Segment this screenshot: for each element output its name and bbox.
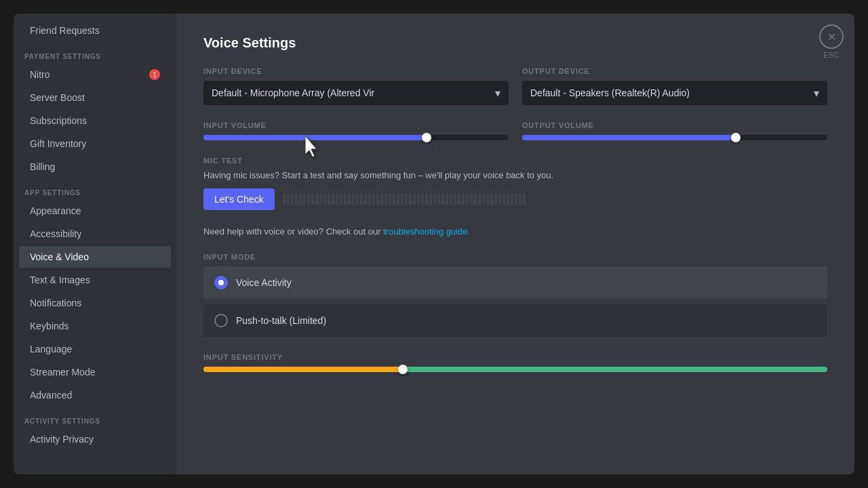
sidebar-item-label: Appearance	[30, 205, 81, 216]
output-volume-thumb[interactable]	[731, 133, 741, 142]
app-container: Friend Requests PAYMENT SETTINGS Nitro 1…	[14, 14, 854, 474]
mic-bar	[494, 194, 497, 205]
mic-bar	[364, 194, 367, 205]
sensitivity-track[interactable]	[203, 367, 827, 372]
sidebar-item-subscriptions[interactable]: Subscriptions	[19, 110, 171, 131]
sidebar-item-label: Billing	[30, 161, 55, 172]
mic-bar	[311, 194, 314, 205]
help-text: Need help with voice or video? Check out…	[203, 226, 827, 237]
mic-bar	[283, 194, 285, 205]
device-row: INPUT DEVICE Default - Microphone Array …	[203, 67, 827, 105]
sidebar-item-text-images[interactable]: Text & Images	[19, 269, 171, 291]
sidebar-item-billing[interactable]: Billing	[19, 156, 171, 178]
mic-meter	[283, 191, 827, 207]
mic-bar	[307, 194, 310, 205]
mic-bar	[413, 194, 416, 205]
mic-bar	[474, 194, 477, 205]
mic-bar	[287, 194, 290, 205]
mic-test-description: Having mic issues? Start a test and say …	[203, 170, 827, 180]
sidebar-item-advanced[interactable]: Advanced	[19, 384, 171, 406]
sidebar-item-server-boost[interactable]: Server Boost	[19, 87, 171, 108]
mic-bar	[462, 194, 465, 205]
input-volume-track[interactable]	[203, 135, 509, 140]
mic-bar	[352, 194, 355, 205]
mic-bar	[323, 194, 326, 205]
input-device-group: INPUT DEVICE Default - Microphone Array …	[203, 67, 509, 105]
sidebar-item-accessibility[interactable]: Accessibility	[19, 223, 171, 245]
sidebar-item-notifications[interactable]: Notifications	[19, 292, 171, 314]
sidebar-item-streamer-mode[interactable]: Streamer Mode	[19, 361, 171, 383]
sidebar-item-label: Gift Inventory	[30, 138, 86, 149]
mic-bar	[466, 194, 469, 205]
mic-bar	[417, 194, 420, 205]
mic-test-label: MIC TEST	[203, 157, 827, 165]
sidebar-item-label: Friend Requests	[30, 25, 100, 36]
mic-bar	[319, 194, 322, 205]
esc-circle-icon: ✕	[819, 24, 844, 49]
output-device-group: OUTPUT DEVICE Default - Speakers (Realte…	[522, 67, 827, 105]
sidebar: Friend Requests PAYMENT SETTINGS Nitro 1…	[14, 14, 176, 474]
mic-bar	[393, 194, 395, 205]
payment-settings-label: PAYMENT SETTINGS	[14, 42, 176, 63]
mic-bar	[360, 194, 363, 205]
troubleshooting-link[interactable]: troubleshooting guide.	[383, 226, 470, 237]
mic-bar	[380, 194, 383, 205]
main-content: ✕ ESC Voice Settings INPUT DEVICE Defaul…	[176, 14, 854, 474]
sidebar-item-label: Activity Privacy	[30, 434, 94, 445]
mic-bar	[372, 194, 375, 205]
input-mode-label: INPUT MODE	[203, 253, 827, 261]
mic-bar	[291, 194, 294, 205]
sidebar-item-language[interactable]: Language	[19, 338, 171, 360]
sidebar-item-activity-privacy[interactable]: Activity Privacy	[19, 428, 171, 450]
output-device-select[interactable]: Default - Speakers (Realtek(R) Audio)	[522, 81, 827, 105]
mic-bar	[446, 194, 448, 205]
sidebar-item-appearance[interactable]: Appearance	[19, 200, 171, 222]
sidebar-item-label: Text & Images	[30, 274, 90, 285]
page-title: Voice Settings	[203, 35, 827, 51]
sidebar-item-label: Advanced	[30, 390, 72, 401]
mic-bar	[295, 194, 298, 205]
mic-bar	[421, 194, 424, 205]
mic-bar	[458, 194, 460, 205]
voice-activity-label: Voice Activity	[236, 277, 292, 288]
sidebar-item-label: Language	[30, 344, 72, 354]
input-device-select[interactable]: Default - Microphone Array (Altered Vir	[203, 81, 509, 105]
nitro-badge: 1	[149, 69, 160, 80]
sidebar-item-voice-video[interactable]: Voice & Video	[19, 246, 171, 268]
mic-bar	[502, 194, 505, 205]
sensitivity-section: INPUT SENSITIVITY	[203, 353, 827, 372]
lets-check-button[interactable]: Let's Check	[203, 188, 275, 210]
sidebar-item-friend-requests[interactable]: Friend Requests	[19, 20, 171, 41]
voice-activity-radio	[214, 276, 228, 289]
mic-bar	[511, 194, 513, 205]
output-device-select-wrapper: Default - Speakers (Realtek(R) Audio)	[522, 81, 827, 105]
sensitivity-thumb[interactable]	[398, 365, 408, 374]
mic-bar	[344, 194, 347, 205]
voice-activity-option[interactable]: Voice Activity	[203, 266, 827, 299]
output-volume-track[interactable]	[522, 135, 827, 140]
mic-bar	[368, 194, 371, 205]
volume-row: INPUT VOLUME OUTPUT VOLUME	[203, 121, 827, 140]
mic-bar	[397, 194, 399, 205]
output-volume-label: OUTPUT VOLUME	[522, 121, 827, 129]
mic-bar	[389, 194, 391, 205]
mic-bar	[348, 194, 351, 205]
push-to-talk-option[interactable]: Push-to-talk (Limited)	[203, 304, 827, 337]
mic-bar	[401, 194, 403, 205]
output-volume-group: OUTPUT VOLUME	[522, 121, 827, 140]
input-volume-thumb[interactable]	[422, 133, 431, 142]
mic-bar	[454, 194, 456, 205]
sidebar-item-gift-inventory[interactable]: Gift Inventory	[19, 133, 171, 155]
sidebar-item-keybinds[interactable]: Keybinds	[19, 315, 171, 337]
mic-bar	[332, 194, 334, 205]
app-settings-label: APP SETTINGS	[14, 178, 176, 199]
esc-button[interactable]: ✕ ESC	[819, 24, 844, 59]
mic-bar	[356, 194, 359, 205]
mic-bar	[425, 194, 428, 205]
output-device-label: OUTPUT DEVICE	[522, 67, 827, 75]
sidebar-item-label: Server Boost	[30, 92, 85, 103]
input-volume-group: INPUT VOLUME	[203, 121, 509, 140]
esc-label: ESC	[823, 52, 840, 59]
sidebar-item-nitro[interactable]: Nitro 1	[19, 64, 171, 85]
mic-bar	[498, 194, 501, 205]
